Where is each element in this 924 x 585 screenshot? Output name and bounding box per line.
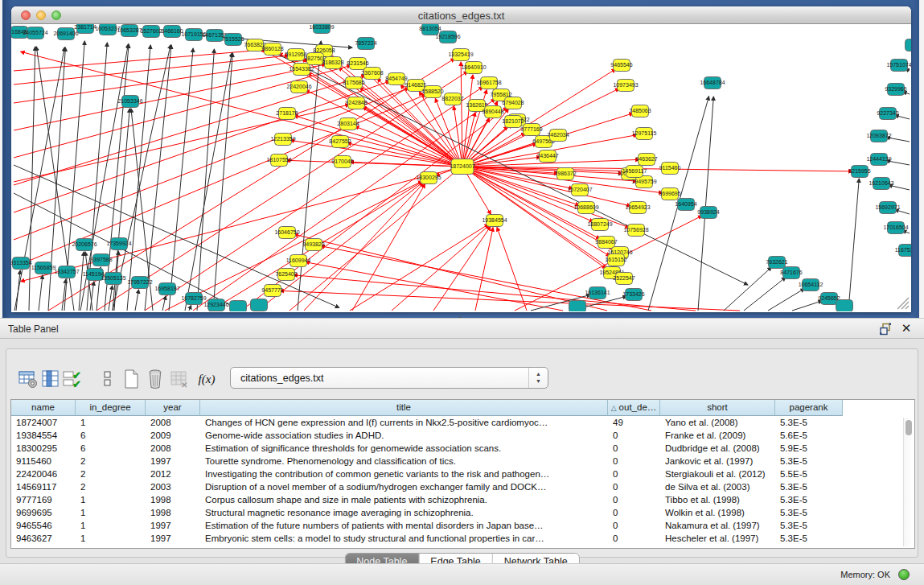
graph-edge[interactable] — [306, 90, 462, 167]
table-cell[interactable]: 1998 — [146, 493, 200, 506]
table-cell[interactable]: 2008 — [146, 416, 200, 429]
table-cell[interactable]: 9699695 — [11, 506, 76, 519]
table-cell[interactable]: Tibbo et al. (1998) — [660, 493, 775, 506]
delete-column-icon[interactable]: ✕ — [169, 369, 190, 389]
graph-node[interactable]: 12444139 — [866, 154, 891, 166]
graph-edge[interactable] — [185, 53, 232, 311]
network-canvas[interactable]: 1684824055724206914062381714100532371065… — [11, 24, 911, 311]
graph-node[interactable]: 17016504 — [883, 222, 908, 234]
table-cell[interactable]: 9463627 — [11, 532, 76, 545]
scrollbar-thumb[interactable] — [906, 420, 912, 435]
graph-node[interactable]: 8822037 — [441, 93, 463, 105]
graph-node[interactable]: 16136141 — [585, 287, 610, 299]
table-cell[interactable]: Nakamura et al. (1997) — [660, 519, 775, 532]
graph-node[interactable]: 16046750 — [274, 227, 299, 239]
graph-edge[interactable] — [189, 305, 191, 311]
graph-edge[interactable] — [848, 179, 859, 311]
column-header-pagerank[interactable]: pagerank — [775, 400, 843, 416]
table-cell[interactable]: 6 — [76, 429, 146, 442]
column-visibility-icon[interactable] — [40, 369, 61, 389]
graph-edge[interactable] — [724, 267, 771, 311]
row-height-icon[interactable] — [97, 369, 117, 389]
graph-node[interactable]: 1588520 — [421, 86, 443, 98]
graph-edge[interactable] — [744, 278, 786, 311]
graph-node[interactable]: 9860128 — [261, 43, 283, 56]
table-cell[interactable]: Changes of HCN gene expression and I(f) … — [200, 416, 608, 429]
table-cell[interactable]: Embryonic stem cells: a model to study s… — [200, 532, 608, 545]
graph-edge[interactable] — [39, 275, 43, 311]
table-row[interactable]: 977716911998Corpus callosum shape and si… — [11, 493, 900, 506]
graph-node[interactable]: 9115460 — [659, 163, 681, 175]
graph-node[interactable]: 12093872 — [866, 130, 891, 142]
graph-node[interactable]: 10688609 — [573, 202, 598, 214]
table-cell[interactable]: 22420046 — [11, 468, 76, 480]
table-cell[interactable]: Hescheler et al. (1997) — [660, 532, 775, 545]
vertical-scrollbar[interactable] — [903, 418, 913, 546]
graph-node[interactable]: 1640954 — [675, 199, 696, 211]
graph-edge[interactable] — [475, 228, 493, 311]
graph-edge[interactable] — [461, 62, 462, 167]
graph-node[interactable]: 16210643 — [869, 178, 893, 190]
table-cell[interactable]: 9465546 — [11, 519, 76, 532]
table-cell[interactable]: 0 — [608, 493, 660, 506]
graph-node[interactable]: 18107554 — [266, 154, 291, 167]
graph-node[interactable]: 2367608 — [361, 68, 383, 80]
table-cell[interactable]: 5.3E-5 — [775, 532, 843, 545]
graph-node[interactable]: 16033809 — [309, 24, 334, 34]
graph-edge[interactable] — [768, 289, 804, 311]
table-cell[interactable]: 1 — [76, 416, 146, 429]
table-cell[interactable]: 1997 — [146, 532, 200, 545]
graph-edge[interactable] — [213, 53, 232, 311]
table-cell[interactable]: 18300295 — [11, 442, 76, 455]
table-cell[interactable]: 1 — [76, 493, 146, 506]
table-row[interactable]: 1938455462009Genome-wide association stu… — [11, 429, 900, 442]
select-all-icon[interactable]: ✔✔ — [61, 369, 82, 389]
table-cell[interactable]: 5.3E-5 — [775, 493, 843, 506]
table-cell[interactable]: Investigating the contribution of common… — [200, 468, 608, 480]
graph-edge[interactable] — [294, 234, 607, 311]
graph-edge[interactable] — [497, 227, 527, 311]
graph-node[interactable]: 9457771 — [261, 285, 283, 297]
table-cell[interactable]: 0 — [608, 455, 660, 468]
graph-edge[interactable] — [698, 97, 713, 311]
graph-edge[interactable] — [792, 301, 822, 311]
graph-node[interactable]: 11675334 — [895, 245, 911, 257]
table-cell[interactable]: 5.3E-5 — [775, 519, 843, 532]
graph-node[interactable] — [906, 39, 912, 51]
graph-node[interactable]: 9463627 — [635, 154, 657, 166]
table-cell[interactable]: Corpus callosum shape and size in male p… — [200, 493, 608, 506]
table-cell[interactable]: Estimation of significance thresholds fo… — [200, 442, 608, 455]
graph-node[interactable]: 2522547 — [613, 273, 634, 285]
graph-node[interactable]: 2436447 — [536, 150, 558, 163]
table-cell[interactable]: 2012 — [146, 468, 200, 480]
column-header-short[interactable]: short — [660, 400, 775, 416]
graph-node[interactable]: 16648784 — [700, 77, 725, 89]
graph-node[interactable]: 15751074 — [886, 60, 911, 72]
graph-node[interactable]: 1821072 — [502, 116, 524, 128]
table-cell[interactable]: 0 — [608, 480, 660, 493]
graph-edge[interactable] — [14, 56, 289, 84]
table-row[interactable]: 969969511998Structural magnetic resonanc… — [11, 506, 900, 519]
graph-node[interactable]: 9938924 — [697, 207, 719, 219]
table-cell[interactable]: 2 — [76, 468, 146, 480]
table-cell[interactable]: 2009 — [146, 429, 200, 442]
table-row[interactable]: 911546021997Tourette syndrome. Phenomeno… — [11, 455, 900, 468]
graph-edge[interactable] — [306, 262, 563, 311]
graph-node[interactable] — [230, 301, 247, 312]
table-cell[interactable]: 0 — [608, 429, 660, 442]
graph-node[interactable]: 9170045 — [331, 156, 353, 168]
graph-node[interactable]: 7515526 — [222, 34, 244, 46]
table-cell[interactable]: 2 — [76, 480, 146, 493]
graph-node[interactable]: 1527602 — [140, 26, 162, 38]
graph-edge[interactable] — [197, 49, 214, 311]
table-cell[interactable]: 5.3E-5 — [775, 455, 843, 468]
graph-node[interactable]: 18640910 — [461, 62, 486, 74]
table-cell[interactable]: 1 — [76, 519, 146, 532]
table-cell[interactable]: Stergiakouli et al. (2012) — [660, 468, 775, 480]
graph-node[interactable]: 8186328 — [322, 57, 343, 69]
graph-edge[interactable] — [321, 246, 651, 311]
graph-edge[interactable] — [350, 225, 488, 311]
table-cell[interactable]: 18724007 — [11, 416, 76, 429]
table-cell[interactable]: 2 — [76, 455, 146, 468]
graph-node[interactable]: 12975115 — [632, 128, 657, 140]
